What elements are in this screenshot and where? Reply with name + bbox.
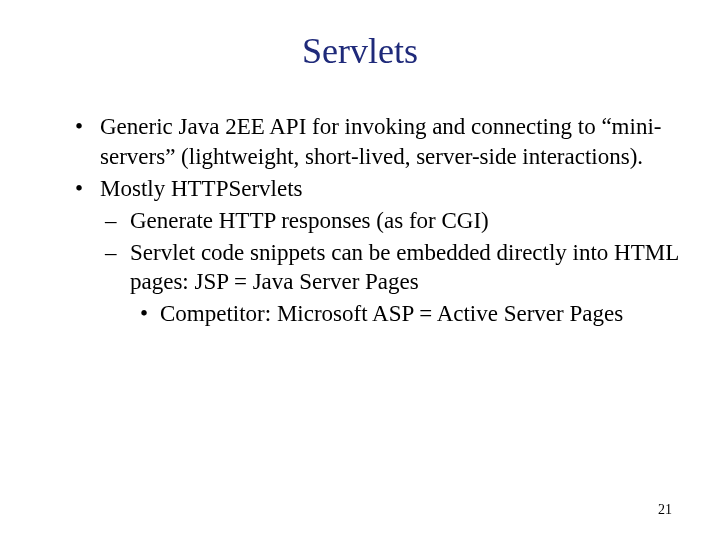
slide: Servlets Generic Java 2EE API for invoki… [0,0,720,540]
bullet-item: Competitor: Microsoft ASP = Active Serve… [140,299,680,329]
slide-title: Servlets [40,30,680,72]
bullet-item: Generic Java 2EE API for invoking and co… [75,112,680,172]
bullet-item: Mostly HTTPServlets [75,174,680,204]
page-number: 21 [658,502,672,518]
bullet-item: Generate HTTP responses (as for CGI) [105,206,680,236]
bullet-item: Servlet code snippets can be embedded di… [105,238,680,298]
slide-content: Generic Java 2EE API for invoking and co… [40,112,680,329]
